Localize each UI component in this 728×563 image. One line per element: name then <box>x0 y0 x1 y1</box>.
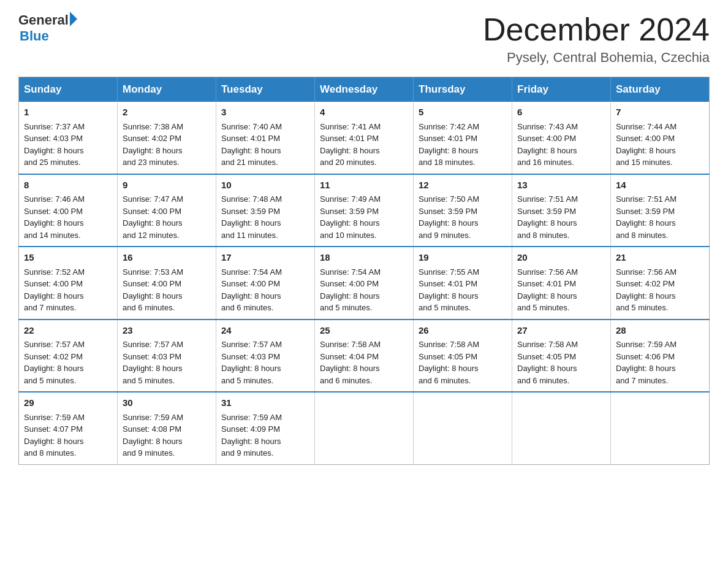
table-row: 25 Sunrise: 7:58 AMSunset: 4:04 PMDaylig… <box>315 320 414 393</box>
day-info: Sunrise: 7:50 AMSunset: 3:59 PMDaylight:… <box>419 194 479 240</box>
table-row: 27 Sunrise: 7:58 AMSunset: 4:05 PMDaylig… <box>512 320 611 393</box>
day-info: Sunrise: 7:58 AMSunset: 4:04 PMDaylight:… <box>320 340 381 385</box>
page-subtitle: Pysely, Central Bohemia, Czechia <box>483 50 710 66</box>
table-row <box>414 392 512 464</box>
day-info: Sunrise: 7:44 AMSunset: 4:00 PMDaylight:… <box>616 122 677 167</box>
table-row: 13 Sunrise: 7:51 AMSunset: 3:59 PMDaylig… <box>512 174 611 247</box>
table-row <box>512 392 611 464</box>
day-number: 9 <box>123 178 211 193</box>
day-info: Sunrise: 7:51 AMSunset: 3:59 PMDaylight:… <box>616 194 677 240</box>
col-sunday: Sunday <box>19 77 118 102</box>
table-row: 29 Sunrise: 7:59 AMSunset: 4:07 PMDaylig… <box>19 392 118 464</box>
day-number: 15 <box>24 251 112 265</box>
calendar-header-row: Sunday Monday Tuesday Wednesday Thursday… <box>19 77 710 102</box>
day-number: 11 <box>320 178 408 193</box>
table-row: 24 Sunrise: 7:57 AMSunset: 4:03 PMDaylig… <box>216 320 315 393</box>
day-info: Sunrise: 7:54 AMSunset: 4:00 PMDaylight:… <box>221 267 282 313</box>
day-number: 23 <box>123 324 211 338</box>
logo-text-general: General <box>18 12 69 28</box>
table-row: 8 Sunrise: 7:46 AMSunset: 4:00 PMDayligh… <box>19 174 118 247</box>
day-info: Sunrise: 7:54 AMSunset: 4:00 PMDaylight:… <box>320 267 381 313</box>
day-info: Sunrise: 7:52 AMSunset: 4:00 PMDaylight:… <box>24 267 85 313</box>
logo: General Blue <box>18 12 77 44</box>
day-number: 4 <box>320 105 408 120</box>
day-number: 21 <box>616 251 704 265</box>
table-row <box>315 392 414 464</box>
logo-text-blue: Blue <box>20 28 49 44</box>
day-number: 25 <box>320 324 408 338</box>
day-number: 31 <box>221 396 309 410</box>
day-number: 17 <box>221 251 309 265</box>
day-info: Sunrise: 7:57 AMSunset: 4:03 PMDaylight:… <box>221 340 282 385</box>
day-info: Sunrise: 7:40 AMSunset: 4:01 PMDaylight:… <box>221 122 282 167</box>
day-number: 6 <box>517 105 605 120</box>
table-row: 4 Sunrise: 7:41 AMSunset: 4:01 PMDayligh… <box>315 102 414 174</box>
page-title: December 2024 <box>483 12 710 47</box>
day-number: 27 <box>517 324 605 338</box>
col-tuesday: Tuesday <box>216 77 315 102</box>
table-row: 1 Sunrise: 7:37 AMSunset: 4:03 PMDayligh… <box>19 102 118 174</box>
day-number: 20 <box>517 251 605 265</box>
day-number: 18 <box>320 251 408 265</box>
day-number: 16 <box>123 251 211 265</box>
logo-arrow-icon <box>70 12 77 26</box>
day-number: 2 <box>123 105 211 120</box>
day-number: 13 <box>517 178 605 193</box>
day-number: 7 <box>616 105 704 120</box>
day-info: Sunrise: 7:57 AMSunset: 4:02 PMDaylight:… <box>24 340 85 385</box>
day-info: Sunrise: 7:59 AMSunset: 4:08 PMDaylight:… <box>123 413 183 458</box>
day-number: 29 <box>24 396 112 410</box>
day-number: 12 <box>419 178 507 193</box>
page-header: General Blue December 2024 Pysely, Centr… <box>18 12 710 66</box>
calendar-week-row: 8 Sunrise: 7:46 AMSunset: 4:00 PMDayligh… <box>19 174 710 247</box>
table-row: 19 Sunrise: 7:55 AMSunset: 4:01 PMDaylig… <box>414 247 512 320</box>
table-row: 21 Sunrise: 7:56 AMSunset: 4:02 PMDaylig… <box>611 247 710 320</box>
day-info: Sunrise: 7:43 AMSunset: 4:00 PMDaylight:… <box>517 122 578 167</box>
table-row: 26 Sunrise: 7:58 AMSunset: 4:05 PMDaylig… <box>414 320 512 393</box>
table-row: 12 Sunrise: 7:50 AMSunset: 3:59 PMDaylig… <box>414 174 512 247</box>
day-info: Sunrise: 7:58 AMSunset: 4:05 PMDaylight:… <box>419 340 479 385</box>
table-row: 16 Sunrise: 7:53 AMSunset: 4:00 PMDaylig… <box>118 247 216 320</box>
day-number: 1 <box>24 105 112 120</box>
col-wednesday: Wednesday <box>315 77 414 102</box>
col-thursday: Thursday <box>414 77 512 102</box>
day-info: Sunrise: 7:58 AMSunset: 4:05 PMDaylight:… <box>517 340 578 385</box>
day-info: Sunrise: 7:56 AMSunset: 4:02 PMDaylight:… <box>616 267 677 313</box>
day-info: Sunrise: 7:59 AMSunset: 4:07 PMDaylight:… <box>24 413 85 458</box>
table-row: 30 Sunrise: 7:59 AMSunset: 4:08 PMDaylig… <box>118 392 216 464</box>
day-number: 14 <box>616 178 704 193</box>
table-row: 23 Sunrise: 7:57 AMSunset: 4:03 PMDaylig… <box>118 320 216 393</box>
table-row: 6 Sunrise: 7:43 AMSunset: 4:00 PMDayligh… <box>512 102 611 174</box>
day-number: 3 <box>221 105 309 120</box>
table-row: 28 Sunrise: 7:59 AMSunset: 4:06 PMDaylig… <box>611 320 710 393</box>
table-row: 15 Sunrise: 7:52 AMSunset: 4:00 PMDaylig… <box>19 247 118 320</box>
day-number: 19 <box>419 251 507 265</box>
day-info: Sunrise: 7:48 AMSunset: 3:59 PMDaylight:… <box>221 194 282 240</box>
day-number: 26 <box>419 324 507 338</box>
day-number: 22 <box>24 324 112 338</box>
table-row: 5 Sunrise: 7:42 AMSunset: 4:01 PMDayligh… <box>414 102 512 174</box>
calendar-week-row: 29 Sunrise: 7:59 AMSunset: 4:07 PMDaylig… <box>19 392 710 464</box>
day-number: 24 <box>221 324 309 338</box>
day-number: 8 <box>24 178 112 193</box>
day-info: Sunrise: 7:59 AMSunset: 4:09 PMDaylight:… <box>221 413 282 458</box>
table-row: 7 Sunrise: 7:44 AMSunset: 4:00 PMDayligh… <box>611 102 710 174</box>
day-info: Sunrise: 7:51 AMSunset: 3:59 PMDaylight:… <box>517 194 578 240</box>
day-number: 30 <box>123 396 211 410</box>
calendar-table: Sunday Monday Tuesday Wednesday Thursday… <box>18 77 710 465</box>
col-saturday: Saturday <box>611 77 710 102</box>
day-number: 28 <box>616 324 704 338</box>
day-number: 10 <box>221 178 309 193</box>
calendar-week-row: 22 Sunrise: 7:57 AMSunset: 4:02 PMDaylig… <box>19 320 710 393</box>
day-info: Sunrise: 7:37 AMSunset: 4:03 PMDaylight:… <box>24 122 85 167</box>
table-row: 2 Sunrise: 7:38 AMSunset: 4:02 PMDayligh… <box>118 102 216 174</box>
day-info: Sunrise: 7:57 AMSunset: 4:03 PMDaylight:… <box>123 340 183 385</box>
day-info: Sunrise: 7:59 AMSunset: 4:06 PMDaylight:… <box>616 340 677 385</box>
table-row: 14 Sunrise: 7:51 AMSunset: 3:59 PMDaylig… <box>611 174 710 247</box>
day-info: Sunrise: 7:47 AMSunset: 4:00 PMDaylight:… <box>123 194 183 240</box>
day-info: Sunrise: 7:46 AMSunset: 4:00 PMDaylight:… <box>24 194 85 240</box>
table-row: 11 Sunrise: 7:49 AMSunset: 3:59 PMDaylig… <box>315 174 414 247</box>
day-info: Sunrise: 7:56 AMSunset: 4:01 PMDaylight:… <box>517 267 578 313</box>
col-friday: Friday <box>512 77 611 102</box>
title-block: December 2024 Pysely, Central Bohemia, C… <box>483 12 710 66</box>
